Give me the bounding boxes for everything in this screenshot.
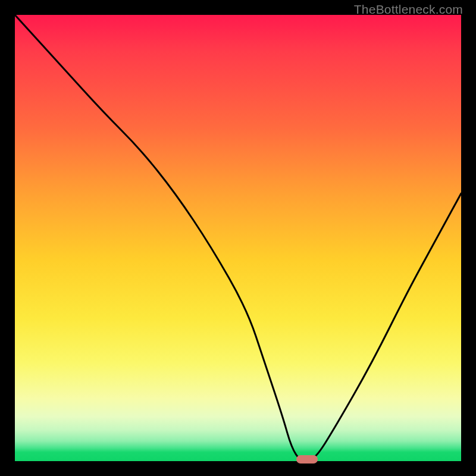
plot-area xyxy=(15,15,461,461)
chart-frame: TheBottleneck.com xyxy=(0,0,476,476)
minimum-marker xyxy=(296,455,318,464)
watermark-text: TheBottleneck.com xyxy=(354,2,463,17)
